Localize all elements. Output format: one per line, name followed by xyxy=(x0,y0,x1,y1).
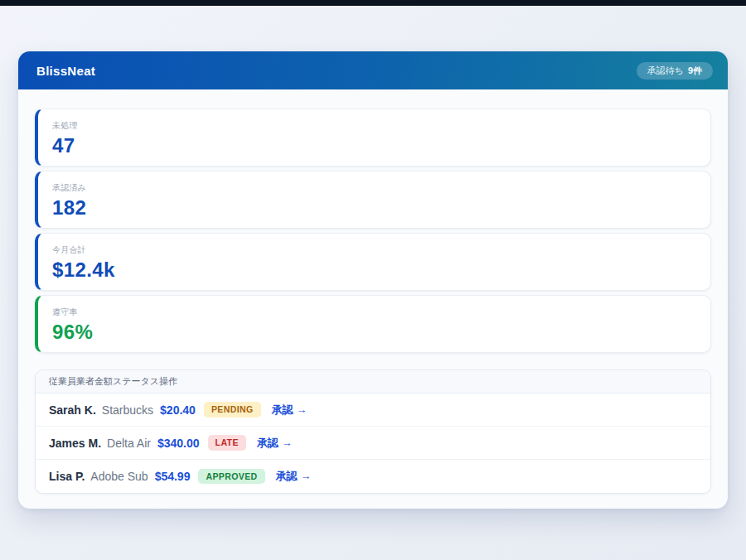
approve-link[interactable]: 承認 → xyxy=(272,403,308,418)
column-header-amount: 金額 xyxy=(94,375,113,388)
approve-link[interactable]: 承認 → xyxy=(276,469,312,484)
vendor-name: Delta Air xyxy=(107,437,151,450)
app-title: BlissNeat xyxy=(36,64,95,78)
table-header-row: 従業員業者金額ステータス操作 xyxy=(36,370,710,393)
stat-value: $12.4k xyxy=(52,259,696,281)
pending-badge-count: 9件 xyxy=(688,66,702,75)
stat-card-unprocessed: 未処理 47 xyxy=(35,109,711,167)
status-badge: LATE xyxy=(208,435,246,451)
employee-name: Sarah K. xyxy=(49,403,96,417)
pending-badge-label: 承認待ち xyxy=(647,66,684,75)
amount-value: $20.40 xyxy=(160,403,196,417)
vendor-name: Starbucks xyxy=(102,403,153,417)
column-header-action: 操作 xyxy=(159,375,177,388)
table-row: Lisa P. Adobe Sub $54.99 APPROVED 承認 → xyxy=(36,460,710,493)
status-badge: PENDING xyxy=(204,402,261,418)
approve-link[interactable]: 承認 → xyxy=(257,436,293,451)
pending-count-badge: 承認待ち 9件 xyxy=(637,62,713,80)
app-body: 未処理 47 承認済み 182 今月合計 $12.4k 遵守率 96% 従業員業… xyxy=(18,89,728,494)
stat-label: 承認済み xyxy=(52,182,696,194)
stat-card-approved: 承認済み 182 xyxy=(35,171,711,229)
stat-card-compliance: 遵守率 96% xyxy=(35,295,711,353)
stat-value: 47 xyxy=(52,135,696,157)
table-row: James M. Delta Air $340.00 LATE 承認 → xyxy=(36,427,710,460)
app-header: BlissNeat 承認待ち 9件 xyxy=(18,51,728,89)
stat-label: 今月合計 xyxy=(52,244,696,256)
stat-card-month-total: 今月合計 $12.4k xyxy=(35,233,711,291)
stat-value: 96% xyxy=(52,321,696,343)
stat-label: 遵守率 xyxy=(52,307,696,318)
amount-value: $340.00 xyxy=(157,437,200,450)
column-header-employee: 従業員 xyxy=(49,375,76,388)
window-top-bar xyxy=(0,0,746,6)
table-row: Sarah K. Starbucks $20.40 PENDING 承認 → xyxy=(36,393,710,427)
column-header-status: ステータス xyxy=(113,375,159,388)
employee-name: James M. xyxy=(49,437,101,450)
vendor-name: Adobe Sub xyxy=(90,470,148,483)
expenses-table: 従業員業者金額ステータス操作 Sarah K. Starbucks $20.40… xyxy=(35,369,711,494)
stat-value: 182 xyxy=(52,197,696,219)
amount-value: $54.99 xyxy=(155,470,191,483)
app-container: BlissNeat 承認待ち 9件 未処理 47 承認済み 182 今月合計 $… xyxy=(18,51,728,509)
stat-label: 未処理 xyxy=(52,120,696,132)
column-header-vendor: 業者 xyxy=(76,375,94,388)
employee-name: Lisa P. xyxy=(49,470,85,483)
status-badge: APPROVED xyxy=(198,469,264,485)
